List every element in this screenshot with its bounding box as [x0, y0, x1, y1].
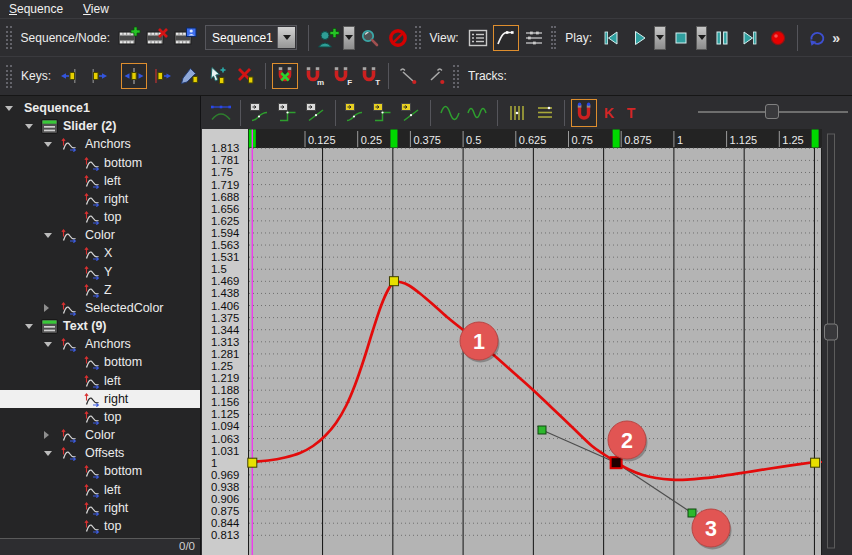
tree-item-top[interactable]: top: [0, 208, 200, 226]
menu-view[interactable]: View: [83, 2, 109, 16]
show-horizontal-grid-button[interactable]: [532, 99, 558, 127]
prev-key-button[interactable]: [57, 63, 83, 89]
chevron-collapsed-icon[interactable]: [44, 304, 49, 312]
chevron-expanded-icon[interactable]: [25, 324, 33, 329]
ease-in-button[interactable]: [342, 99, 368, 127]
chevron-expanded-icon[interactable]: [5, 106, 13, 111]
snap-keys-curve-button[interactable]: [571, 99, 597, 127]
stop-options-dropdown[interactable]: [696, 26, 708, 50]
tangent-handle[interactable]: [688, 509, 696, 517]
tree-item-sequence1[interactable]: Sequence1: [0, 99, 200, 117]
tree-item-y[interactable]: Y: [0, 263, 200, 281]
step-out-button[interactable]: [275, 99, 301, 127]
key-step-button[interactable]: [149, 63, 175, 89]
vertical-zoom-slider-thumb[interactable]: [825, 324, 838, 340]
tree-item-right[interactable]: right: [0, 190, 200, 208]
toolbar-grip[interactable]: [6, 26, 12, 49]
view-dopesheet-button[interactable]: [521, 25, 547, 51]
remove-node-button[interactable]: [385, 25, 411, 51]
keyframe-marker[interactable]: [248, 458, 257, 467]
record-button[interactable]: [765, 25, 791, 51]
show-keys-button[interactable]: K: [599, 100, 619, 126]
chevron-expanded-icon[interactable]: [44, 142, 52, 147]
chevron-expanded-icon[interactable]: [44, 451, 52, 456]
play-options-dropdown[interactable]: [654, 26, 666, 50]
toolbar-grip[interactable]: [453, 65, 459, 88]
go-to-end-button[interactable]: [737, 25, 763, 51]
tree-item-anchors[interactable]: Anchors: [0, 135, 200, 153]
chevron-expanded-icon[interactable]: [44, 342, 52, 347]
tree-item-left[interactable]: left: [0, 372, 200, 390]
step-in-button[interactable]: [370, 99, 396, 127]
curve-plot-area[interactable]: [248, 148, 822, 555]
loop-button[interactable]: [804, 25, 830, 51]
tree-item-x[interactable]: X: [0, 244, 200, 262]
view-list-button[interactable]: [465, 25, 491, 51]
keyframe-marker[interactable]: [811, 458, 820, 467]
chevron-expanded-icon[interactable]: [44, 233, 52, 238]
toolbar-grip[interactable]: [6, 65, 12, 88]
tangent-in-button[interactable]: [395, 63, 421, 89]
tree-item-color[interactable]: Color: [0, 426, 200, 444]
edit-key-button[interactable]: [177, 63, 203, 89]
assign-sequence-button[interactable]: [172, 25, 198, 51]
tree-item-anchors[interactable]: Anchors: [0, 335, 200, 353]
tree-item-right[interactable]: right: [0, 499, 200, 517]
tree-item-bottom[interactable]: bottom: [0, 154, 200, 172]
curve-editor-canvas[interactable]: 1.8131.7811.751.7191.6881.6561.6251.5941…: [202, 129, 852, 555]
view-curves-button[interactable]: [493, 25, 519, 51]
tree-item-z[interactable]: Z: [0, 281, 200, 299]
toolbar-grip[interactable]: [551, 26, 557, 49]
tree-item-left[interactable]: left: [0, 481, 200, 499]
menu-sequence[interactable]: Sequence: [9, 2, 63, 16]
go-to-start-button[interactable]: [598, 25, 624, 51]
zoom-slider-thumb[interactable]: [765, 104, 779, 119]
smooth-curve-button[interactable]: [437, 99, 463, 127]
view-label: View:: [430, 31, 459, 45]
sequence-combo[interactable]: Sequence1: [205, 25, 297, 50]
flatten-tangents-button[interactable]: [208, 99, 234, 127]
tree-item-right[interactable]: right: [0, 390, 200, 408]
add-sequence-button[interactable]: [116, 25, 142, 51]
chevron-down-icon[interactable]: [277, 27, 295, 48]
tangent-handle[interactable]: [538, 426, 546, 434]
tree-item-text-9[interactable]: Text (9): [0, 317, 200, 335]
add-node-button[interactable]: [315, 25, 341, 51]
snap-frames-button[interactable]: F: [328, 63, 354, 89]
delete-key-button[interactable]: [233, 63, 259, 89]
play-button[interactable]: [626, 25, 652, 51]
linear-out-button[interactable]: [303, 99, 329, 127]
keyframe-marker[interactable]: [389, 277, 398, 286]
tree-item-bottom[interactable]: bottom: [0, 462, 200, 480]
delete-sequence-button[interactable]: [144, 25, 170, 51]
tree-item-left[interactable]: left: [0, 172, 200, 190]
toolbar-grip[interactable]: [415, 26, 421, 49]
tree-item-selectedcolor[interactable]: SelectedColor: [0, 299, 200, 317]
tree-item-label: bottom: [104, 462, 142, 480]
snap-markers-button[interactable]: m: [300, 63, 326, 89]
stop-button[interactable]: [668, 25, 694, 51]
tree-item-bottom[interactable]: bottom: [0, 353, 200, 371]
show-tangents-button[interactable]: T: [621, 100, 641, 126]
smooth-all-button[interactable]: [465, 99, 491, 127]
snap-time-button[interactable]: T: [356, 63, 382, 89]
chevron-expanded-icon[interactable]: [25, 124, 33, 129]
tangent-out-button[interactable]: [423, 63, 449, 89]
tree-item-offsets[interactable]: Offsets: [0, 444, 200, 462]
node-options-dropdown[interactable]: [343, 26, 355, 50]
chevron-collapsed-icon[interactable]: [44, 431, 49, 439]
snap-disable-button[interactable]: [272, 63, 298, 89]
show-vertical-grid-button[interactable]: [504, 99, 530, 127]
tree-item-slider-2[interactable]: Slider (2): [0, 117, 200, 135]
pause-button[interactable]: [709, 25, 735, 51]
tree-item-top[interactable]: top: [0, 517, 200, 535]
toolbar-overflow-button[interactable]: »: [832, 30, 840, 46]
ease-out-button[interactable]: [247, 99, 273, 127]
tree-item-top[interactable]: top: [0, 408, 200, 426]
key-navigate-both-button[interactable]: [121, 63, 147, 89]
linear-in-button[interactable]: [398, 99, 424, 127]
add-key-button[interactable]: [205, 63, 231, 89]
next-key-button[interactable]: [85, 63, 111, 89]
tree-item-color[interactable]: Color: [0, 226, 200, 244]
find-node-button[interactable]: [357, 25, 383, 51]
